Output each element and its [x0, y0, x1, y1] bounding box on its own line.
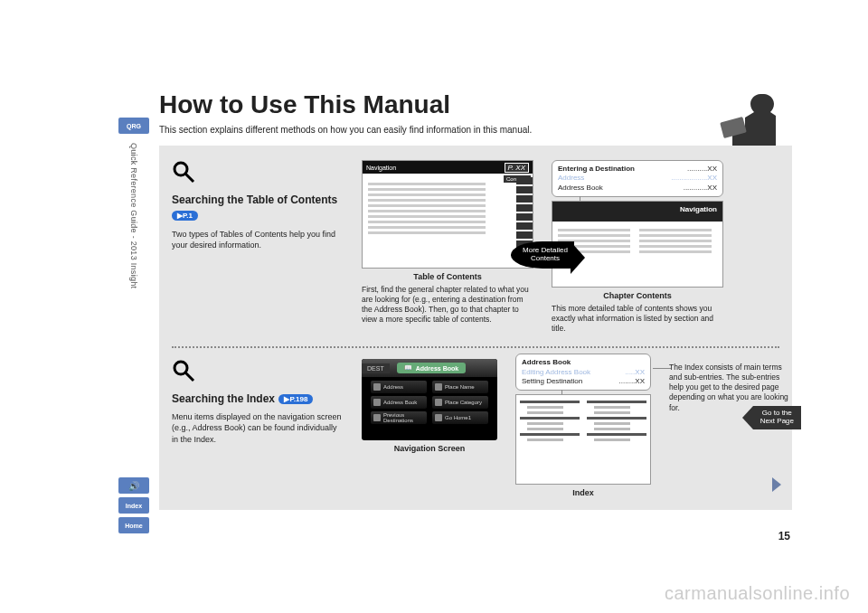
callout-row1: Address — [558, 174, 584, 183]
index-callout: Address Book Editing Address Book .....X… — [515, 354, 651, 391]
toc-body: Two types of Tables of Contents help you… — [172, 229, 344, 250]
section-divider — [172, 346, 779, 348]
watermark: carmanualsonline.info — [665, 583, 850, 604]
page-number: 15 — [778, 530, 790, 542]
section-toc: Searching the Table of Contents ▶P.1 Two… — [172, 160, 779, 334]
svg-point-3 — [175, 362, 187, 374]
page-title: How to Use This Manual — [159, 90, 792, 119]
thumb-pxx: P. XX — [505, 163, 529, 173]
section-index: Searching the Index ▶P.198 Menu items di… — [172, 359, 779, 497]
navshot-item: Place Name — [432, 381, 488, 393]
index-callout-title: Address Book — [522, 358, 571, 367]
magnifier-icon — [172, 359, 195, 382]
navshot-caption: Navigation Screen — [362, 444, 497, 453]
navshot-item: Address — [371, 381, 427, 393]
magnifier-icon — [172, 160, 195, 184]
chapter-nav-head: Navigation — [680, 205, 717, 213]
chapter-caption: Chapter Contents — [552, 291, 723, 300]
chapter-callout: Entering a Destination ..........XX Addr… — [552, 160, 723, 197]
more-detailed-label: More Detailed Contents — [523, 246, 568, 262]
navshot-item: Previous Destinations — [371, 411, 427, 424]
navshot-title: Address Book — [416, 365, 458, 372]
sidebar-voice-button[interactable]: 🔊 — [118, 477, 149, 494]
sidebar-index-button[interactable]: Index — [118, 497, 149, 514]
thumb-nav-tab: Navigation — [366, 165, 396, 171]
index-thumbnail — [515, 394, 651, 485]
index-body: Menu items displayed on the navigation s… — [172, 411, 344, 444]
sidebar-qrg-button[interactable]: QRG — [118, 118, 149, 134]
index-callout-row2: Setting Destination — [522, 377, 582, 386]
toc-caption: Table of Contents — [362, 272, 533, 281]
toc-desc: First, find the general chapter related … — [362, 285, 533, 325]
svg-line-2 — [185, 174, 193, 182]
callout-row2: Address Book — [558, 184, 603, 193]
toc-page-ref[interactable]: ▶P.1 — [172, 211, 198, 221]
navshot-item: Go Home1 — [432, 411, 488, 424]
content-panel: Searching the Table of Contents ▶P.1 Two… — [159, 146, 792, 510]
more-detailed-arrow: More Detailed Contents — [511, 241, 583, 278]
navigation-screenshot: DEST 📖 Address Book Address Place Name A… — [362, 359, 497, 440]
page-subtitle: This section explains different methods … — [159, 125, 792, 135]
index-heading: Searching the Index — [172, 392, 275, 405]
toc-thumbnail: Navigation P. XX Contents — [362, 160, 533, 269]
navshot-item: Place Category — [432, 396, 488, 409]
navshot-tab: DEST — [362, 363, 390, 373]
chapter-desc: This more detailed table of contents sho… — [552, 304, 723, 334]
goto-next-page[interactable]: Go to the Next Page — [753, 406, 801, 429]
sidebar-vertical-label: Quick Reference Guide - 2013 Insight — [129, 143, 138, 288]
navshot-item: Address Book — [371, 396, 427, 409]
next-page-triangle-icon[interactable] — [772, 477, 781, 492]
sidebar-home-button[interactable]: Home — [118, 517, 149, 533]
index-callout-row1: Editing Address Book — [522, 368, 590, 377]
toc-heading: Searching the Table of Contents — [172, 193, 337, 206]
callout-title: Entering a Destination — [558, 165, 635, 174]
svg-point-1 — [175, 163, 187, 175]
index-caption: Index — [515, 488, 651, 497]
svg-line-4 — [185, 373, 193, 381]
book-icon: 📖 — [404, 364, 412, 372]
sidebar: QRG Quick Reference Guide - 2013 Insight… — [116, 118, 152, 533]
index-page-ref[interactable]: ▶P.198 — [278, 394, 313, 404]
page-content: How to Use This Manual This section expl… — [159, 90, 792, 510]
